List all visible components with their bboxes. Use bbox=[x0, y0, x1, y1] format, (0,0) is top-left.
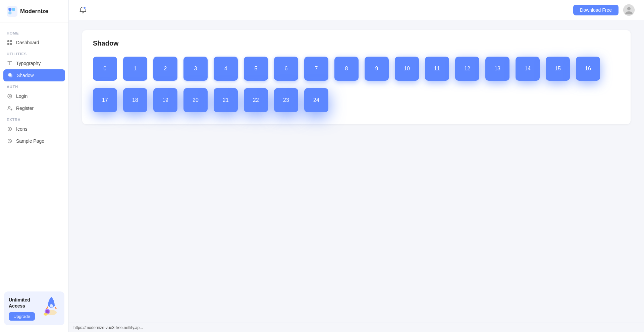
sidebar-nav: HOME Dashboard UTILITIES Typography Shad… bbox=[0, 22, 68, 286]
svg-point-19 bbox=[44, 313, 48, 316]
shadow-box-2[interactable]: 2 bbox=[153, 57, 177, 81]
section-label-utilities: UTILITIES bbox=[0, 49, 68, 57]
shadow-box-8[interactable]: 8 bbox=[334, 57, 359, 81]
main-area: Download Free Shadow 0123456789101112131… bbox=[69, 0, 644, 332]
shadow-box-24[interactable]: 24 bbox=[304, 88, 328, 112]
shadow-box-10[interactable]: 10 bbox=[395, 57, 419, 81]
register-icon bbox=[7, 105, 13, 111]
sidebar-item-login[interactable]: Login bbox=[0, 90, 68, 102]
shadow-box-4[interactable]: 4 bbox=[214, 57, 238, 81]
svg-rect-2 bbox=[12, 8, 15, 11]
shadow-box-11[interactable]: 11 bbox=[425, 57, 449, 81]
svg-point-11 bbox=[9, 107, 10, 108]
sidebar-item-label: Sample Page bbox=[16, 138, 44, 144]
shadow-box-6[interactable]: 6 bbox=[274, 57, 298, 81]
svg-point-16 bbox=[50, 304, 53, 308]
sidebar-item-label: Shadow bbox=[17, 73, 34, 78]
shadow-box-0[interactable]: 0 bbox=[93, 57, 117, 81]
shadow-box-12[interactable]: 12 bbox=[455, 57, 479, 81]
svg-point-13 bbox=[9, 128, 10, 130]
svg-rect-7 bbox=[10, 43, 12, 45]
page-content: Shadow 012345678910111213141516171819202… bbox=[69, 20, 644, 323]
upgrade-illustration bbox=[41, 294, 62, 316]
shadow-box-7[interactable]: 7 bbox=[304, 57, 328, 81]
shadow-box-5[interactable]: 5 bbox=[244, 57, 268, 81]
svg-rect-9 bbox=[9, 74, 12, 77]
shadow-box-16[interactable]: 16 bbox=[576, 57, 600, 81]
svg-point-21 bbox=[627, 7, 631, 10]
sample-icon bbox=[7, 138, 13, 144]
download-free-button[interactable]: Download Free bbox=[573, 5, 619, 15]
grid-icon bbox=[7, 40, 13, 46]
section-label-extra: EXTRA bbox=[0, 114, 68, 123]
section-label-auth: AUTH bbox=[0, 81, 68, 90]
sidebar-item-label: Login bbox=[16, 93, 28, 99]
sidebar-item-label: Icons bbox=[16, 126, 27, 132]
shadow-box-17[interactable]: 17 bbox=[93, 88, 117, 112]
app-name: Modernize bbox=[20, 8, 48, 15]
sidebar-item-register[interactable]: Register bbox=[0, 102, 68, 114]
statusbar-url: https://modernize-vue3-free.netlify.ap..… bbox=[73, 325, 143, 330]
shadow-box-22[interactable]: 22 bbox=[244, 88, 268, 112]
sidebar-item-label: Register bbox=[16, 106, 34, 111]
svg-rect-5 bbox=[10, 40, 12, 42]
sidebar-item-label: Typography bbox=[16, 61, 41, 66]
icons-icon bbox=[7, 126, 13, 132]
shadow-box-21[interactable]: 21 bbox=[214, 88, 238, 112]
typography-icon bbox=[7, 60, 13, 66]
logo-icon bbox=[7, 6, 17, 17]
shadow-box-1[interactable]: 1 bbox=[123, 57, 147, 81]
upgrade-button[interactable]: Upgrade bbox=[9, 312, 35, 321]
section-title: Shadow bbox=[93, 40, 620, 47]
shadow-box-15[interactable]: 15 bbox=[546, 57, 570, 81]
svg-rect-6 bbox=[7, 43, 9, 45]
shadow-icon bbox=[7, 72, 13, 78]
shadow-box-19[interactable]: 19 bbox=[153, 88, 177, 112]
sidebar-item-label: Dashboard bbox=[16, 40, 39, 45]
shadow-box-20[interactable]: 20 bbox=[183, 88, 208, 112]
sidebar-item-typography[interactable]: Typography bbox=[0, 57, 68, 69]
section-label-home: HOME bbox=[0, 28, 68, 37]
svg-rect-4 bbox=[7, 40, 9, 42]
notification-bell[interactable] bbox=[78, 5, 88, 15]
shadow-box-23[interactable]: 23 bbox=[274, 88, 298, 112]
shadow-box-14[interactable]: 14 bbox=[516, 57, 540, 81]
sidebar: Modernize HOME Dashboard UTILITIES Typog… bbox=[0, 0, 69, 332]
sidebar-item-shadow[interactable]: Shadow bbox=[3, 69, 65, 81]
shadow-box-9[interactable]: 9 bbox=[365, 57, 389, 81]
svg-rect-3 bbox=[8, 11, 11, 14]
svg-rect-0 bbox=[7, 6, 17, 17]
avatar[interactable] bbox=[623, 4, 635, 16]
topbar: Download Free bbox=[69, 0, 644, 20]
topbar-right: Download Free bbox=[573, 4, 635, 16]
notification-dot bbox=[84, 7, 86, 9]
login-icon bbox=[7, 93, 13, 99]
svg-rect-1 bbox=[8, 8, 11, 11]
upgrade-card: Unlimited Access Upgrade bbox=[4, 291, 64, 325]
shadow-box-18[interactable]: 18 bbox=[123, 88, 147, 112]
statusbar: https://modernize-vue3-free.netlify.ap..… bbox=[69, 323, 644, 332]
sidebar-item-icons[interactable]: Icons bbox=[0, 123, 68, 135]
sidebar-item-dashboard[interactable]: Dashboard bbox=[0, 37, 68, 49]
upgrade-title: Unlimited Access bbox=[9, 297, 36, 309]
sidebar-logo: Modernize bbox=[0, 0, 68, 22]
svg-point-18 bbox=[46, 310, 49, 313]
shadow-box-3[interactable]: 3 bbox=[183, 57, 208, 81]
shadow-grid: 0123456789101112131415161718192021222324 bbox=[93, 57, 620, 112]
shadow-box-13[interactable]: 13 bbox=[485, 57, 509, 81]
sidebar-item-sample-page[interactable]: Sample Page bbox=[0, 135, 68, 147]
topbar-left bbox=[78, 5, 88, 15]
shadow-card: Shadow 012345678910111213141516171819202… bbox=[82, 30, 631, 124]
